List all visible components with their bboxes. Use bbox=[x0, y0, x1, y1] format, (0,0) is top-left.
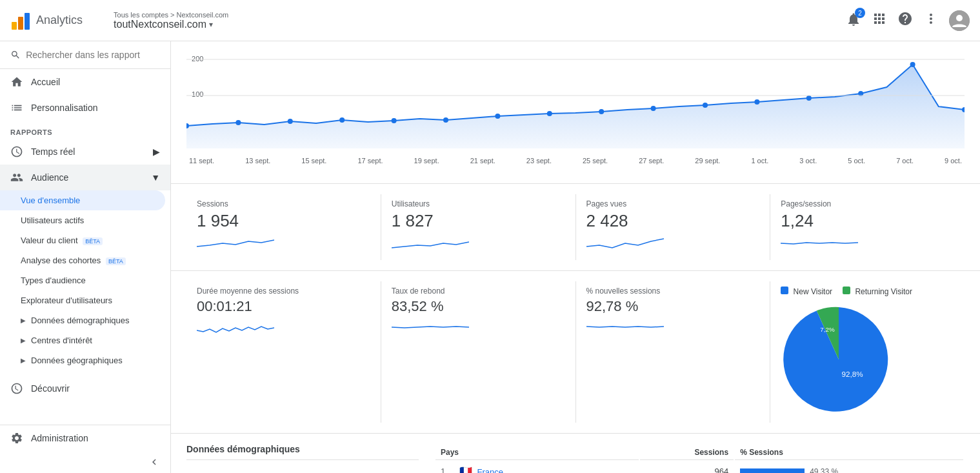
svg-point-12 bbox=[547, 111, 552, 116]
country-table-header: Pays Sessions % Sessions bbox=[435, 445, 963, 460]
svg-point-15 bbox=[703, 103, 708, 108]
svg-point-17 bbox=[806, 96, 812, 101]
svg-rect-0 bbox=[12, 22, 17, 30]
user-avatar[interactable] bbox=[949, 10, 970, 31]
nouvelles-sessions-sparkline bbox=[586, 317, 664, 337]
sidebar-item-accueil[interactable]: Accueil bbox=[0, 69, 170, 95]
svg-text:100: 100 bbox=[192, 90, 203, 98]
stat-duree: Durée moyenne des sessions 00:01:21 bbox=[186, 281, 381, 423]
avatar-image bbox=[949, 10, 970, 31]
stat-sessions-value: 1 954 bbox=[197, 211, 370, 231]
centres-interet-arrow: ▶ bbox=[21, 337, 26, 344]
stat-rebond: Taux de rebond 83,52 % bbox=[381, 281, 576, 423]
stats-row: Sessions 1 954 Utilisateurs 1 827 Pages … bbox=[171, 183, 980, 271]
sidebar-item-temps-reel[interactable]: Temps réel ▶ bbox=[0, 139, 170, 165]
search-input[interactable] bbox=[26, 50, 160, 60]
new-visitor-label: New Visitor bbox=[794, 287, 832, 296]
sidebar-item-administration[interactable]: Administration bbox=[0, 425, 170, 451]
sidebar-item-decouvrir[interactable]: Découvrir bbox=[0, 376, 170, 401]
clock-icon bbox=[10, 145, 23, 158]
sidebar-sub-centres-interet[interactable]: ▶ Centres d'intérêt bbox=[0, 330, 170, 350]
sidebar-item-personnalisation[interactable]: Personnalisation bbox=[0, 95, 170, 121]
pct-cell: 49,33 % bbox=[735, 461, 963, 473]
account-dropdown-arrow: ▾ bbox=[209, 20, 213, 29]
stat-rebond-label: Taux de rebond bbox=[392, 287, 565, 296]
app-title: Analytics bbox=[36, 14, 83, 27]
sidebar-sub-vue-ensemble[interactable]: Vue d'ensemble bbox=[0, 190, 165, 210]
stat-pages-session-label: Pages/session bbox=[781, 199, 954, 208]
bar-cell: 49,33 % bbox=[740, 467, 958, 474]
demo-title: Données démographiques bbox=[186, 444, 419, 460]
stat-nouvelles-sessions: % nouvelles sessions 92,78 % bbox=[576, 281, 771, 423]
new-visitor-dot bbox=[781, 287, 788, 294]
pct-sessions-header: % Sessions bbox=[735, 445, 963, 460]
stat-utilisateurs: Utilisateurs 1 827 bbox=[381, 194, 576, 260]
donnees-demo-arrow: ▶ bbox=[21, 317, 26, 324]
svg-text:200: 200 bbox=[192, 55, 203, 63]
table-row: 1. 🇫🇷 France 964 49,33 % bbox=[435, 461, 963, 473]
rapports-section-label: RAPPORTS bbox=[0, 121, 170, 139]
svg-point-16 bbox=[754, 99, 759, 105]
pages-session-sparkline bbox=[781, 234, 858, 253]
sidebar-sub-donnees-demo[interactable]: ▶ Données démographiques bbox=[0, 310, 170, 330]
stat-sessions: Sessions 1 954 bbox=[186, 194, 381, 260]
help-button[interactable] bbox=[897, 11, 913, 30]
apps-button[interactable] bbox=[872, 11, 887, 30]
stat-pages-vues-label: Pages vues bbox=[586, 199, 760, 208]
account-breadcrumb: Tous les comptes > Nextconseil.com bbox=[114, 11, 228, 19]
temps-reel-expand-arrow: ▶ bbox=[153, 146, 160, 157]
pays-header: Pays bbox=[435, 445, 639, 460]
home-icon bbox=[10, 75, 23, 88]
collapse-icon bbox=[148, 456, 160, 468]
sidebar-sub-valeur-client[interactable]: Valeur du client BÊTA bbox=[0, 230, 170, 250]
svg-text:92,8%: 92,8% bbox=[842, 370, 863, 378]
sessions-chart: 200 100 bbox=[186, 52, 965, 155]
audience-icon bbox=[10, 171, 23, 184]
country-flag: 🇫🇷 bbox=[459, 466, 472, 473]
personalisation-icon bbox=[10, 101, 23, 114]
bar-fill bbox=[740, 468, 805, 474]
sessions-sparkline bbox=[197, 234, 274, 253]
stat-pages-vues-value: 2 428 bbox=[586, 211, 760, 231]
country-num: 1. bbox=[435, 461, 453, 473]
sidebar-sub-donnees-geo[interactable]: ▶ Données géographiques bbox=[0, 350, 170, 370]
sidebar-sub-explorateur[interactable]: Explorateur d'utilisateurs bbox=[0, 290, 170, 310]
svg-rect-2 bbox=[25, 13, 30, 30]
sidebar-sub-utilisateurs-actifs[interactable]: Utilisateurs actifs bbox=[0, 210, 170, 230]
sidebar-item-audience[interactable]: Audience ▼ bbox=[0, 165, 170, 190]
donnees-geo-arrow: ▶ bbox=[21, 357, 26, 364]
utilisateurs-sparkline bbox=[392, 234, 469, 253]
top-header: Analytics Tous les comptes > Nextconseil… bbox=[0, 0, 980, 41]
help-icon bbox=[897, 11, 913, 26]
sidebar-collapse-button[interactable] bbox=[0, 451, 170, 473]
beta-badge-valeur: BÊTA bbox=[83, 237, 103, 245]
country-name[interactable]: France bbox=[477, 467, 503, 473]
stat-empty: New Visitor Returning Visitor bbox=[770, 281, 965, 423]
stat-utilisateurs-value: 1 827 bbox=[392, 211, 565, 231]
sidebar: Accueil Personnalisation RAPPORTS Temps … bbox=[0, 41, 171, 473]
search-icon bbox=[10, 49, 21, 61]
pages-vues-sparkline bbox=[586, 234, 664, 253]
svg-point-14 bbox=[651, 106, 656, 111]
svg-point-6 bbox=[235, 120, 241, 125]
stat-utilisateurs-label: Utilisateurs bbox=[392, 199, 565, 208]
account-name-dropdown[interactable]: toutNextconseil.com ▾ bbox=[114, 19, 228, 30]
svg-point-8 bbox=[339, 117, 345, 123]
sessions-value: 964 bbox=[640, 461, 734, 473]
country-name-cell: 🇫🇷 France bbox=[454, 461, 639, 473]
stat-rebond-value: 83,52 % bbox=[392, 298, 565, 315]
demo-item-langue[interactable]: Langue bbox=[186, 468, 419, 473]
svg-rect-1 bbox=[18, 17, 23, 30]
search-bar[interactable] bbox=[0, 41, 170, 69]
svg-point-10 bbox=[443, 117, 448, 123]
notifications-button[interactable]: 2 bbox=[846, 12, 861, 29]
svg-point-9 bbox=[392, 118, 397, 123]
sidebar-sub-types-audience[interactable]: Types d'audience bbox=[0, 270, 170, 290]
stats-row-2: Durée moyenne des sessions 00:01:21 Taux… bbox=[171, 271, 980, 434]
more-options-button[interactable] bbox=[923, 11, 939, 30]
sidebar-sub-analyse-cohortes[interactable]: Analyse des cohortes BÊTA bbox=[0, 250, 170, 270]
stat-pages-session-value: 1,24 bbox=[781, 211, 954, 231]
duree-sparkline bbox=[197, 317, 274, 337]
pct-value: 49,33 % bbox=[810, 467, 838, 474]
svg-point-7 bbox=[288, 119, 293, 124]
